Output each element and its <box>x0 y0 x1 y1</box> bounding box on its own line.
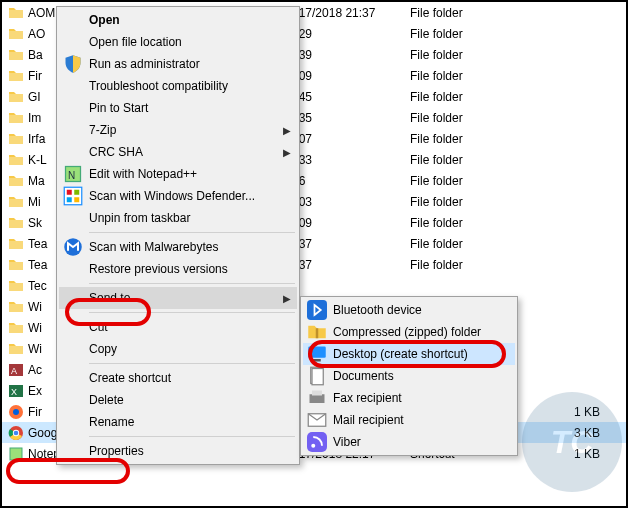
menu-troubleshoot[interactable]: Troubleshoot compatibility <box>59 75 297 97</box>
svg-rect-23 <box>312 369 323 385</box>
folder-icon <box>8 89 24 105</box>
folder-icon <box>8 173 24 189</box>
file-size: 3 KB <box>538 426 608 440</box>
menu-create-shortcut[interactable]: Create shortcut <box>59 367 297 389</box>
folder-icon <box>8 152 24 168</box>
svg-point-8 <box>14 430 19 435</box>
documents-icon <box>307 368 327 384</box>
svg-text:N: N <box>68 170 75 181</box>
file-type: File folder <box>410 195 538 209</box>
menu-pin-start[interactable]: Pin to Start <box>59 97 297 119</box>
svg-rect-21 <box>313 359 321 362</box>
file-type: File folder <box>410 216 538 230</box>
submenu-documents[interactable]: Documents <box>303 365 515 387</box>
menu-open-location[interactable]: Open file location <box>59 31 297 53</box>
file-date: 10:33 <box>282 153 410 167</box>
viber-icon <box>307 434 327 450</box>
svg-rect-24 <box>310 394 325 403</box>
submenu-desktop[interactable]: Desktop (create shortcut) <box>303 343 515 365</box>
folder-icon <box>8 5 24 21</box>
menu-crc[interactable]: CRC SHA▶ <box>59 141 297 163</box>
submenu-mail[interactable]: Mail recipient <box>303 409 515 431</box>
folder-icon <box>8 236 24 252</box>
file-date: 12:03 <box>282 195 410 209</box>
bluetooth-icon <box>307 302 327 318</box>
file-type: File folder <box>410 111 538 125</box>
file-type: File folder <box>410 153 538 167</box>
file-type: File folder <box>410 6 538 20</box>
file-type: File folder <box>410 258 538 272</box>
folder-icon <box>8 110 24 126</box>
svg-rect-9 <box>10 448 22 460</box>
menu-unpin[interactable]: Unpin from taskbar <box>59 207 297 229</box>
menu-restore[interactable]: Restore previous versions <box>59 258 297 280</box>
folder-icon <box>8 47 24 63</box>
menu-delete[interactable]: Delete <box>59 389 297 411</box>
file-type: File folder <box>410 48 538 62</box>
chevron-right-icon: ▶ <box>283 293 291 304</box>
svg-rect-16 <box>74 197 79 202</box>
menu-properties[interactable]: Properties <box>59 440 297 462</box>
chevron-right-icon: ▶ <box>283 125 291 136</box>
menu-run-admin[interactable]: Run as administrator <box>59 53 297 75</box>
firefox-icon <box>8 404 24 420</box>
mail-icon <box>307 412 327 428</box>
svg-rect-27 <box>307 432 327 452</box>
file-date: 21:37 <box>282 237 410 251</box>
menu-open[interactable]: Open <box>59 9 297 31</box>
svg-rect-19 <box>316 328 319 338</box>
file-date: 21:37 <box>282 258 410 272</box>
svg-rect-15 <box>67 197 72 202</box>
file-date: 13:09 <box>282 69 410 83</box>
fax-icon <box>307 390 327 406</box>
menu-copy[interactable]: Copy <box>59 338 297 360</box>
folder-icon <box>8 320 24 336</box>
file-type: File folder <box>410 27 538 41</box>
desktop-icon <box>307 346 327 362</box>
menu-send-to[interactable]: Send to▶ <box>59 287 297 309</box>
folder-icon <box>8 257 24 273</box>
menu-rename[interactable]: Rename <box>59 411 297 433</box>
svg-text:A: A <box>11 366 17 376</box>
npp-icon <box>8 446 24 462</box>
folder-icon <box>8 131 24 147</box>
file-size: 1 KB <box>538 405 608 419</box>
malwarebytes-icon <box>63 239 83 255</box>
file-type: File folder <box>410 174 538 188</box>
menu-7zip[interactable]: 7-Zip▶ <box>59 119 297 141</box>
svg-rect-18 <box>307 300 327 320</box>
menu-edit-npp[interactable]: NEdit with Notepad++ <box>59 163 297 185</box>
notepadpp-icon: N <box>63 166 83 182</box>
defender-icon <box>63 188 83 204</box>
menu-cut[interactable]: Cut <box>59 316 297 338</box>
shield-icon <box>63 56 83 72</box>
file-type: File folder <box>410 237 538 251</box>
menu-defender[interactable]: Scan with Windows Defender... <box>59 185 297 207</box>
chrome-icon <box>8 425 24 441</box>
file-date: 00:09 <box>282 216 410 230</box>
folder-icon <box>8 68 24 84</box>
svg-rect-25 <box>312 391 322 396</box>
folder-icon <box>8 278 24 294</box>
folder-icon <box>8 215 24 231</box>
svg-text:X: X <box>11 387 17 397</box>
file-date: 14:29 <box>282 27 410 41</box>
menu-malwarebytes[interactable]: Scan with Malwarebytes <box>59 236 297 258</box>
file-date: 11:39 <box>282 48 410 62</box>
file-date: 22:07 <box>282 132 410 146</box>
file-type: File folder <box>410 90 538 104</box>
file-date: 20:35 <box>282 111 410 125</box>
excel-icon: X <box>8 383 24 399</box>
file-type: File folder <box>410 132 538 146</box>
file-date: 21:45 <box>282 90 410 104</box>
submenu-zip[interactable]: Compressed (zipped) folder <box>303 321 515 343</box>
submenu-fax[interactable]: Fax recipient <box>303 387 515 409</box>
file-type: File folder <box>410 69 538 83</box>
folder-icon <box>8 26 24 42</box>
file-size: 1 KB <box>538 447 608 461</box>
svg-rect-13 <box>67 190 72 195</box>
access-icon: A <box>8 362 24 378</box>
submenu-viber[interactable]: Viber <box>303 431 515 453</box>
svg-rect-14 <box>74 190 79 195</box>
submenu-bluetooth[interactable]: Bluetooth device <box>303 299 515 321</box>
